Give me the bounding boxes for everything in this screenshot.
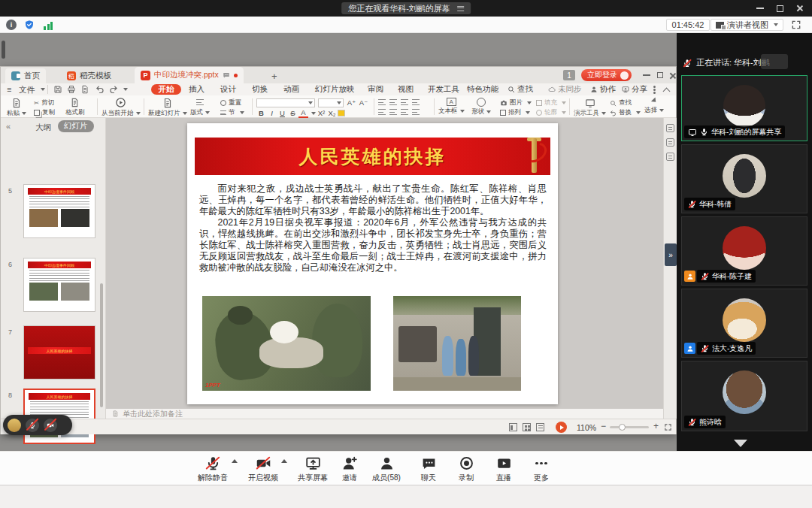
participant-tile[interactable]: 华科-陈子建 — [681, 216, 807, 286]
fill-button[interactable]: 填充 — [536, 98, 566, 107]
tab-outline[interactable]: 大纲 — [35, 122, 51, 133]
section-button[interactable]: 节 — [220, 108, 244, 117]
slide-thumbnail-5[interactable]: 中印边境事件回顾 — [23, 184, 95, 238]
play-from-current-button[interactable]: 从当前开始 — [102, 97, 141, 118]
line-spacing-icon[interactable] — [412, 109, 420, 115]
ribbon-tab-view[interactable]: 视图 — [398, 84, 414, 95]
network-signal-icon[interactable] — [44, 22, 53, 30]
zoom-slider[interactable] — [610, 426, 649, 428]
picture-button[interactable]: 图片 — [500, 98, 532, 107]
record-button[interactable]: 录制 — [445, 455, 487, 483]
redo-icon[interactable] — [109, 85, 118, 94]
font-name-select[interactable] — [256, 98, 315, 107]
new-slide-button[interactable]: 新建幻灯片 — [148, 98, 187, 118]
subscript-button[interactable]: X₂ — [327, 109, 337, 117]
invite-button[interactable]: 邀请 — [329, 455, 371, 483]
more-button[interactable]: 更多 — [520, 455, 562, 483]
live-button[interactable]: 直播 — [483, 455, 525, 483]
sync-status[interactable]: 未同步 — [548, 84, 582, 95]
shapes-button[interactable]: 形状 — [471, 98, 491, 116]
zoom-out-button[interactable]: − — [601, 421, 606, 431]
ribbon-tab-start[interactable]: 开始 — [151, 84, 181, 95]
ribbon-tab-animation[interactable]: 动画 — [283, 84, 299, 95]
normal-view-icon[interactable] — [509, 423, 517, 431]
beautify-icon[interactable] — [666, 153, 674, 161]
font-color-button[interactable]: A — [298, 108, 308, 118]
slideshow-play-button[interactable] — [556, 422, 567, 433]
wps-close-button[interactable] — [667, 70, 677, 80]
meeting-info-icon[interactable]: i — [6, 20, 17, 30]
collapse-ribbon-chevron[interactable] — [663, 88, 671, 95]
tab-slides[interactable]: 幻灯片 — [58, 120, 94, 132]
decrease-font-button[interactable]: A⁻ — [359, 98, 368, 107]
self-camera-off-icon[interactable] — [44, 419, 57, 432]
slide-title-banner[interactable]: 人民英雄的抉择 — [195, 138, 550, 175]
animation-pane-icon[interactable] — [666, 138, 674, 147]
floating-self-widget[interactable] — [3, 415, 72, 435]
highlight-button[interactable] — [338, 110, 345, 116]
collaborate-button[interactable]: 协作 — [590, 84, 616, 95]
reset-button[interactable]: 重置 — [220, 98, 241, 107]
more-menu-dots[interactable] — [653, 86, 656, 88]
textbox-button[interactable]: A 文本框 — [438, 98, 465, 116]
object-properties-icon[interactable] — [666, 124, 674, 132]
close-button[interactable] — [794, 3, 804, 14]
ribbon-tab-insert[interactable]: 插入 — [189, 84, 205, 95]
format-painter-button[interactable]: 格式刷 — [65, 98, 85, 117]
reading-view-icon[interactable] — [536, 423, 544, 431]
cut-button[interactable]: ✂剪切 — [34, 98, 54, 107]
zoom-in-button[interactable]: + — [653, 421, 659, 431]
comment-bubble-icon[interactable] — [223, 71, 230, 79]
self-mic-muted-icon[interactable] — [26, 419, 39, 432]
audio-options-arrow[interactable] — [232, 459, 238, 463]
file-menu[interactable]: 文件 — [19, 85, 35, 95]
italic-button[interactable]: I — [267, 109, 277, 117]
notification-badge[interactable]: 1 — [563, 70, 575, 80]
justify-icon[interactable] — [412, 99, 420, 105]
slide-body-text[interactable]: 面对来犯之敌，戍边战士英勇战斗，献出了宝贵生命。陈红军、陈祥榕、肖思远、王焯冉，… — [199, 183, 547, 274]
superscript-button[interactable]: X² — [317, 109, 326, 117]
notes-bar[interactable]: 单击此处添加备注 — [106, 409, 663, 419]
ribbon-tab-design[interactable]: 设计 — [220, 84, 236, 95]
slide-thumbnail-6[interactable]: 中印边境事件回顾 — [23, 258, 95, 312]
print-preview-icon[interactable] — [80, 85, 89, 94]
align-center-icon[interactable] — [389, 99, 397, 105]
file-menu-arrow[interactable] — [41, 88, 45, 91]
ribbon-tab-slideshow[interactable]: 幻灯片放映 — [315, 84, 355, 95]
scroll-down-arrow[interactable] — [734, 440, 747, 447]
font-size-select[interactable] — [318, 98, 344, 107]
increase-font-button[interactable]: A⁺ — [347, 98, 356, 107]
zoom-slider-thumb[interactable] — [619, 424, 626, 431]
font-color-arrow[interactable] — [311, 112, 316, 115]
underline-button[interactable]: U — [277, 109, 287, 117]
history-arrow[interactable] — [123, 88, 128, 91]
slide-layout-button[interactable]: 版式 — [190, 98, 210, 117]
share-button[interactable]: 分享 — [622, 84, 647, 95]
video-options-arrow[interactable] — [281, 459, 287, 463]
maximize-button[interactable] — [774, 3, 785, 14]
participant-tile[interactable]: 华科-韩倩 — [681, 144, 807, 213]
save-icon[interactable] — [53, 85, 62, 94]
photo-soldiers-rescue[interactable]: 1PPT — [202, 296, 371, 391]
wps-minimize-button[interactable] — [641, 70, 652, 80]
align-left-icon[interactable] — [378, 99, 386, 105]
numbering-icon[interactable] — [389, 109, 397, 115]
participant-tile[interactable]: 熊诗晗 — [681, 361, 807, 431]
copy-button[interactable]: 复制 — [34, 108, 55, 117]
align-right-icon[interactable] — [401, 99, 408, 105]
slide-thumbnail-7[interactable]: 人民英雄的抉择 — [23, 325, 95, 379]
bullets-icon[interactable] — [378, 109, 386, 115]
login-button[interactable]: 立即登录 — [581, 69, 632, 81]
tab-document[interactable]: P 中印边境冲突.pptx — [135, 67, 244, 83]
view-mode-dropdown[interactable]: 演讲者视图 — [710, 19, 783, 31]
indent-icon[interactable] — [401, 109, 408, 115]
bold-button[interactable]: B — [256, 109, 266, 117]
unmute-button[interactable]: 解除静音 — [192, 455, 234, 483]
print-icon[interactable] — [67, 85, 76, 94]
slide-sorter-icon[interactable] — [523, 423, 531, 431]
strikethrough-button[interactable]: S — [288, 109, 298, 117]
find-button[interactable]: 查找 — [610, 98, 632, 107]
participant-tile[interactable]: 法大-支逸凡 — [681, 289, 807, 358]
outline-button[interactable]: 轮廓 — [536, 108, 566, 117]
slide[interactable]: 人民英雄的抉择 面对来犯之敌，戍边战士英勇战斗，献出了宝贵生命。陈红军、陈祥榕、… — [187, 123, 558, 404]
